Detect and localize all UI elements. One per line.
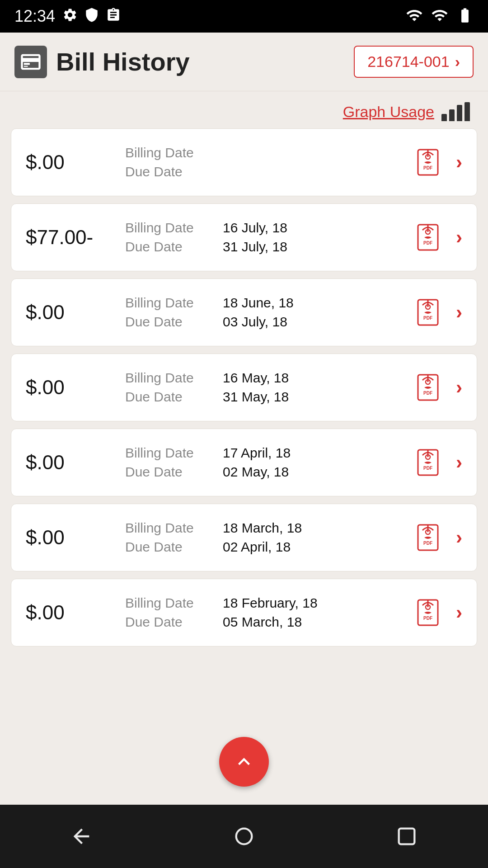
due-date-row: Due Date bbox=[125, 164, 414, 179]
bill-actions: PDF › bbox=[414, 146, 462, 179]
bill-actions: PDF › bbox=[414, 521, 462, 554]
svg-point-23 bbox=[236, 829, 252, 844]
bill-actions: PDF › bbox=[414, 371, 462, 404]
account-chevron-icon: › bbox=[455, 53, 460, 71]
account-number: 216714-001 bbox=[367, 53, 450, 71]
bill-dates: Billing Date Due Date bbox=[125, 145, 414, 179]
bill-chevron-icon: › bbox=[456, 527, 462, 548]
billing-date-label: Billing Date bbox=[125, 220, 216, 236]
bill-amount: $.00 bbox=[26, 301, 125, 324]
bill-card[interactable]: $.00 Billing Date 18 June, 18 Due Date 0… bbox=[11, 278, 477, 346]
billing-date-label: Billing Date bbox=[125, 295, 216, 311]
header-left: Bill History bbox=[14, 46, 190, 78]
battery-icon bbox=[456, 7, 474, 26]
account-badge[interactable]: 216714-001 › bbox=[354, 46, 474, 78]
status-bar-right bbox=[406, 7, 474, 26]
shield-icon bbox=[84, 7, 99, 26]
pdf-button[interactable]: PDF bbox=[414, 146, 447, 179]
due-date-row: Due Date 02 April, 18 bbox=[125, 539, 414, 555]
due-date-row: Due Date 03 July, 18 bbox=[125, 314, 414, 330]
pdf-button[interactable]: PDF bbox=[414, 521, 447, 554]
bill-actions: PDF › bbox=[414, 446, 462, 479]
svg-text:PDF: PDF bbox=[423, 466, 432, 471]
scroll-to-top-button[interactable] bbox=[219, 737, 269, 787]
billing-date-row: Billing Date 16 July, 18 bbox=[125, 220, 414, 236]
billing-date-row: Billing Date 16 May, 18 bbox=[125, 370, 414, 386]
billing-date-label: Billing Date bbox=[125, 445, 216, 461]
app-header: Bill History 216714-001 › bbox=[0, 33, 488, 91]
bill-dates: Billing Date 17 April, 18 Due Date 02 Ma… bbox=[125, 445, 414, 480]
graph-usage-row: Graph Usage bbox=[0, 91, 488, 128]
app-icon bbox=[14, 46, 47, 78]
due-date-row: Due Date 02 May, 18 bbox=[125, 464, 414, 480]
due-date-value: 05 March, 18 bbox=[223, 614, 302, 630]
wifi-icon bbox=[406, 7, 423, 26]
due-date-label: Due Date bbox=[125, 614, 216, 630]
due-date-row: Due Date 31 May, 18 bbox=[125, 389, 414, 405]
bill-card[interactable]: $.00 Billing Date 18 February, 18 Due Da… bbox=[11, 579, 477, 646]
bill-card[interactable]: $.00 Billing Date 17 April, 18 Due Date … bbox=[11, 429, 477, 496]
bill-chevron-icon: › bbox=[456, 452, 462, 473]
bill-dates: Billing Date 18 February, 18 Due Date 05… bbox=[125, 595, 414, 630]
billing-date-row: Billing Date 17 April, 18 bbox=[125, 445, 414, 461]
svg-rect-1 bbox=[24, 66, 28, 66]
bill-card[interactable]: $.00 Billing Date Due Date PDF bbox=[11, 128, 477, 196]
bill-amount: $77.00- bbox=[26, 226, 125, 249]
svg-text:PDF: PDF bbox=[423, 541, 432, 546]
bill-list: $.00 Billing Date Due Date PDF bbox=[0, 128, 488, 646]
due-date-value: 31 July, 18 bbox=[223, 239, 287, 255]
bill-chevron-icon: › bbox=[456, 377, 462, 398]
due-date-label: Due Date bbox=[125, 314, 216, 330]
home-button[interactable] bbox=[226, 818, 262, 854]
status-icons bbox=[62, 7, 121, 26]
billing-date-row: Billing Date 18 June, 18 bbox=[125, 295, 414, 311]
navigation-bar bbox=[0, 805, 488, 868]
svg-text:PDF: PDF bbox=[423, 391, 432, 396]
billing-date-label: Billing Date bbox=[125, 370, 216, 386]
signal-icon bbox=[431, 7, 448, 26]
bar-2 bbox=[449, 109, 455, 121]
due-date-label: Due Date bbox=[125, 239, 216, 255]
due-date-value: 03 July, 18 bbox=[223, 314, 287, 330]
bill-dates: Billing Date 16 May, 18 Due Date 31 May,… bbox=[125, 370, 414, 405]
bill-actions: PDF › bbox=[414, 296, 462, 329]
pdf-button[interactable]: PDF bbox=[414, 446, 447, 479]
pdf-button[interactable]: PDF bbox=[414, 596, 447, 629]
svg-text:PDF: PDF bbox=[423, 241, 432, 245]
pdf-button[interactable]: PDF bbox=[414, 221, 447, 254]
bar-3 bbox=[457, 105, 462, 121]
pdf-button[interactable]: PDF bbox=[414, 296, 447, 329]
due-date-value: 31 May, 18 bbox=[223, 389, 289, 405]
billing-date-value: 16 May, 18 bbox=[223, 370, 289, 386]
billing-date-value: 16 July, 18 bbox=[223, 220, 287, 236]
bill-dates: Billing Date 16 July, 18 Due Date 31 Jul… bbox=[125, 220, 414, 255]
bill-chevron-icon: › bbox=[456, 602, 462, 623]
recents-button[interactable] bbox=[389, 818, 425, 854]
status-bar: 12:34 bbox=[0, 0, 488, 33]
due-date-label: Due Date bbox=[125, 389, 216, 405]
bill-card[interactable]: $77.00- Billing Date 16 July, 18 Due Dat… bbox=[11, 203, 477, 271]
chevron-up-icon bbox=[232, 750, 256, 774]
billing-date-value: 18 June, 18 bbox=[223, 295, 294, 311]
svg-text:PDF: PDF bbox=[423, 165, 432, 170]
back-button[interactable] bbox=[63, 818, 99, 854]
svg-text:PDF: PDF bbox=[423, 616, 432, 621]
graph-usage-link[interactable]: Graph Usage bbox=[343, 103, 434, 121]
bill-card[interactable]: $.00 Billing Date 16 May, 18 Due Date 31… bbox=[11, 354, 477, 421]
billing-date-value: 18 March, 18 bbox=[223, 520, 302, 536]
bill-dates: Billing Date 18 March, 18 Due Date 02 Ap… bbox=[125, 520, 414, 555]
due-date-value: 02 May, 18 bbox=[223, 464, 289, 480]
bar-1 bbox=[441, 114, 447, 121]
bar-chart-icon bbox=[441, 102, 470, 121]
clipboard-icon bbox=[106, 7, 121, 26]
due-date-label: Due Date bbox=[125, 464, 216, 480]
pdf-button[interactable]: PDF bbox=[414, 371, 447, 404]
bill-amount: $.00 bbox=[26, 526, 125, 549]
page-title: Bill History bbox=[56, 47, 190, 76]
bill-chevron-icon: › bbox=[456, 302, 462, 323]
bill-actions: PDF › bbox=[414, 596, 462, 629]
due-date-label: Due Date bbox=[125, 539, 216, 555]
bar-4 bbox=[465, 102, 470, 121]
bill-chevron-icon: › bbox=[456, 151, 462, 173]
bill-card[interactable]: $.00 Billing Date 18 March, 18 Due Date … bbox=[11, 504, 477, 571]
